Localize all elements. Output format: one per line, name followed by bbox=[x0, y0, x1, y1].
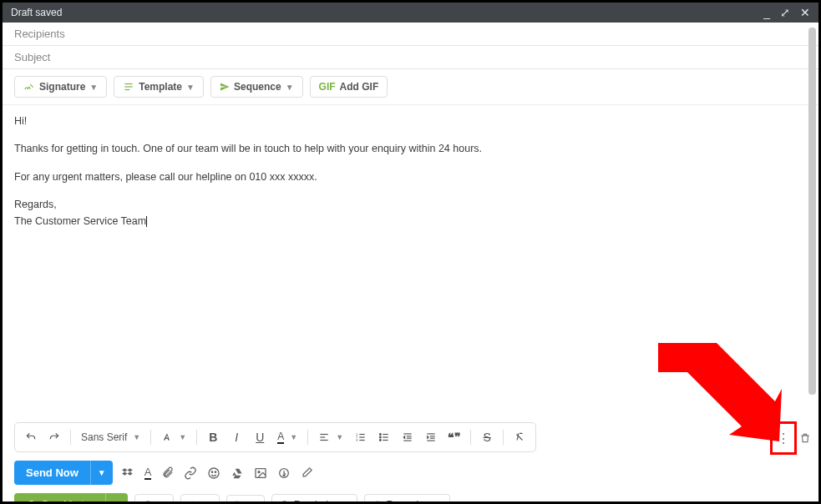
caret-down-icon: ▼ bbox=[286, 83, 294, 92]
confidential-icon[interactable] bbox=[277, 466, 291, 480]
emoji-icon[interactable] bbox=[207, 466, 220, 480]
caret-down-icon: ▼ bbox=[342, 501, 350, 505]
caret-down-icon: ▼ bbox=[434, 501, 443, 505]
body-line: The Customer Service Team bbox=[14, 214, 807, 229]
font-select[interactable]: Sans Serif ▼ bbox=[76, 426, 145, 448]
sequence-button[interactable]: Sequence ▼ bbox=[210, 76, 303, 98]
clock-icon bbox=[26, 500, 37, 505]
extensions-row: Send Later ▼ ▼ ▼ ▼ Reminder ▼ Recurring … bbox=[3, 488, 818, 504]
body-line: Hi! bbox=[14, 113, 807, 129]
svg-point-30 bbox=[258, 471, 260, 472]
caret-down-icon: ▼ bbox=[204, 501, 212, 505]
body-line: Thanks for getting in touch. One of our … bbox=[14, 141, 807, 157]
indent-more-button[interactable] bbox=[420, 426, 442, 448]
template-icon bbox=[123, 81, 134, 93]
signature-label: Signature bbox=[39, 81, 85, 93]
compose-header: Draft saved _ ⤢ ✕ bbox=[3, 3, 818, 23]
body-line: Regards, bbox=[14, 197, 807, 213]
template-label: Template bbox=[139, 81, 182, 93]
format-toolbar: Sans Serif ▼ ▼ B I U A ▼ ▼ 123 ❝❞ S bbox=[14, 422, 536, 452]
send-now-label: Send Now bbox=[14, 461, 90, 485]
undo-button[interactable] bbox=[20, 426, 42, 448]
subject-field[interactable]: Subject bbox=[3, 46, 818, 69]
recipients-placeholder: Recipients bbox=[14, 28, 65, 40]
minimize-icon[interactable]: _ bbox=[763, 7, 770, 18]
pen-icon[interactable] bbox=[301, 466, 313, 479]
svg-point-15 bbox=[380, 434, 382, 436]
tag-icon bbox=[234, 500, 245, 505]
more-options-button[interactable]: ⋮ bbox=[774, 426, 793, 451]
redo-button[interactable] bbox=[43, 426, 65, 448]
strikethrough-button[interactable]: S bbox=[476, 426, 498, 448]
top-actions-row: Signature ▼ Template ▼ Sequence ▼ GIF Ad… bbox=[3, 69, 818, 105]
reminder-button[interactable]: Reminder ▼ bbox=[271, 494, 357, 504]
caret-down-icon: ▼ bbox=[158, 501, 166, 505]
recurring-button[interactable]: Recurring ▼ bbox=[364, 494, 450, 504]
bell-icon bbox=[279, 500, 290, 505]
more-options-region: ⋮ bbox=[770, 421, 813, 455]
annotation-highlight: ⋮ bbox=[770, 421, 797, 455]
discard-draft-button[interactable] bbox=[797, 426, 813, 451]
bold-button[interactable]: B bbox=[202, 426, 224, 448]
caret-down-icon: ▼ bbox=[186, 83, 195, 92]
tag-button[interactable]: ▼ bbox=[226, 495, 265, 505]
close-icon[interactable]: ✕ bbox=[800, 7, 810, 18]
subject-placeholder: Subject bbox=[14, 51, 50, 63]
tracking-button[interactable]: ▼ bbox=[134, 494, 174, 504]
svg-point-26 bbox=[209, 468, 219, 478]
send-now-dropdown[interactable]: ▼ bbox=[90, 461, 113, 485]
add-gif-label: Add GIF bbox=[340, 81, 379, 93]
text-format-icon[interactable]: A bbox=[144, 466, 152, 480]
compose-tools: A bbox=[121, 466, 314, 480]
send-now-button[interactable]: Send Now ▼ bbox=[14, 461, 113, 485]
svg-point-28 bbox=[215, 471, 216, 472]
link-icon[interactable] bbox=[184, 466, 197, 480]
send-later-button[interactable]: Send Later ▼ bbox=[14, 493, 128, 504]
send-later-label: Send Later bbox=[42, 499, 94, 504]
caret-down-icon: ▼ bbox=[133, 433, 140, 441]
svg-point-17 bbox=[380, 440, 382, 441]
align-button[interactable]: ▼ bbox=[313, 426, 348, 448]
puzzle-button[interactable]: ▼ bbox=[180, 494, 220, 504]
underline-button[interactable]: U bbox=[249, 426, 271, 448]
svg-rect-32 bbox=[283, 474, 286, 476]
font-label: Sans Serif bbox=[81, 431, 127, 443]
send-row: Send Now ▼ A bbox=[3, 457, 818, 488]
recurring-label: Recurring bbox=[387, 499, 430, 504]
clear-format-button[interactable] bbox=[509, 426, 530, 448]
recipients-field[interactable]: Recipients bbox=[3, 23, 818, 46]
indent-less-button[interactable] bbox=[397, 426, 418, 448]
reminder-label: Reminder bbox=[294, 499, 337, 504]
drive-icon[interactable] bbox=[231, 466, 244, 480]
add-gif-button[interactable]: GIF Add GIF bbox=[310, 76, 388, 98]
text-cursor bbox=[146, 216, 147, 227]
body-line: For any urgent matters, please call our … bbox=[14, 169, 807, 185]
quote-button[interactable]: ❝❞ bbox=[443, 426, 465, 448]
ordered-list-button[interactable]: 123 bbox=[350, 426, 372, 448]
caret-down-icon: ▼ bbox=[89, 83, 98, 92]
expand-icon[interactable]: ⤢ bbox=[780, 7, 790, 18]
signature-button[interactable]: Signature ▼ bbox=[14, 76, 107, 98]
attach-icon[interactable] bbox=[161, 466, 174, 479]
compose-body[interactable]: Hi! Thanks for getting in touch. One of … bbox=[3, 105, 818, 422]
gif-icon: GIF bbox=[319, 81, 336, 93]
caret-down-icon: ▼ bbox=[249, 501, 257, 505]
dropbox-icon[interactable] bbox=[121, 466, 134, 480]
font-size-button[interactable]: ▼ bbox=[156, 426, 191, 448]
send-later-dropdown[interactable]: ▼ bbox=[105, 493, 128, 504]
signature-icon bbox=[23, 81, 35, 93]
caret-down-icon: ▼ bbox=[290, 433, 297, 441]
sequence-icon bbox=[220, 82, 230, 92]
unordered-list-button[interactable] bbox=[373, 426, 395, 448]
italic-button[interactable]: I bbox=[226, 426, 247, 448]
template-button[interactable]: Template ▼ bbox=[114, 76, 204, 98]
svg-text:3: 3 bbox=[356, 439, 357, 442]
image-icon[interactable] bbox=[254, 466, 267, 480]
sequence-label: Sequence bbox=[234, 81, 281, 93]
eye-icon bbox=[142, 499, 154, 504]
puzzle-icon bbox=[188, 499, 200, 504]
svg-point-33 bbox=[28, 501, 36, 504]
text-color-button[interactable]: A ▼ bbox=[272, 426, 302, 448]
scrollbar[interactable] bbox=[808, 28, 816, 395]
svg-point-27 bbox=[212, 471, 213, 472]
